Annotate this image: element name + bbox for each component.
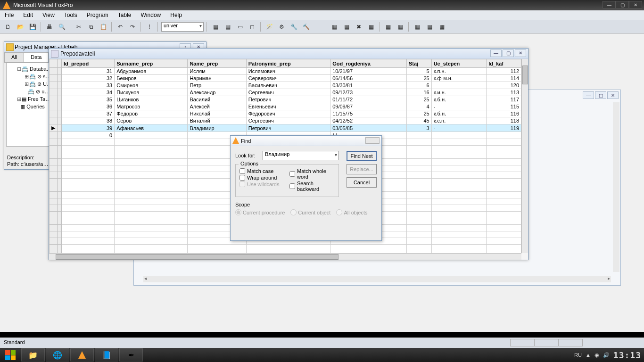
- run-icon[interactable]: !: [144, 22, 155, 32]
- cancel-button[interactable]: Cancel: [347, 177, 377, 188]
- close-button[interactable]: ✕: [629, 1, 642, 8]
- browse-hscrollbar[interactable]: [49, 253, 521, 260]
- tb-extra-6-icon[interactable]: ▦: [395, 22, 405, 32]
- scope-all-objects-radio: All objects: [336, 209, 367, 215]
- tray-clock[interactable]: 13:13: [613, 350, 641, 360]
- match-whole-word-checkbox[interactable]: Match whole word: [289, 168, 335, 180]
- find-close-icon[interactable]: [365, 137, 380, 144]
- table-row[interactable]: 37ФедоровНиколайФедорович11/15/7525к.б.н…: [50, 110, 521, 117]
- task-word-icon[interactable]: 📘: [95, 348, 118, 362]
- browse-close-button[interactable]: ✕: [515, 49, 526, 57]
- browse-vscrollbar[interactable]: [521, 59, 528, 253]
- paste-icon[interactable]: 📋: [98, 22, 108, 32]
- tool-icon[interactable]: 🔧: [289, 22, 299, 32]
- table-row[interactable]: 38СеровВиталийСергеевич04/12/5245к.с.н.1…: [50, 117, 521, 124]
- tb-extra-3-icon[interactable]: ✖: [354, 22, 364, 32]
- undo-icon[interactable]: ↶: [115, 22, 125, 32]
- table-row[interactable]: 32БекировНариманСерверович06/14/5625к.ф-…: [50, 75, 521, 82]
- scope-current-obj-radio: Current object: [290, 209, 330, 215]
- tray-network-icon[interactable]: ◉: [594, 352, 599, 358]
- table-row[interactable]: 36МатросовАлексейЕвгеньевич09/09/874-115: [50, 103, 521, 110]
- bg-minimize-button[interactable]: —: [583, 91, 594, 99]
- save-icon[interactable]: 💾: [27, 22, 38, 32]
- label-icon[interactable]: ▭: [235, 22, 245, 32]
- preview-icon[interactable]: 🔍: [57, 22, 67, 32]
- table-row[interactable]: 33СмирновПетрВасильевич03/30/816-120: [50, 82, 521, 89]
- browse-minimize-button[interactable]: —: [490, 49, 502, 57]
- col-header[interactable]: Uc_stepen: [431, 59, 487, 68]
- tray-volume-icon[interactable]: 🔊: [603, 352, 610, 358]
- tree-queries[interactable]: Queries: [26, 104, 45, 109]
- col-header[interactable]: Id_prepod: [62, 59, 115, 68]
- find-next-button[interactable]: Find Next: [347, 151, 377, 161]
- col-header[interactable]: Id_kaf: [487, 59, 521, 68]
- match-case-checkbox[interactable]: Match case: [239, 168, 285, 174]
- menu-tools[interactable]: Tools: [59, 11, 82, 19]
- start-button[interactable]: [0, 348, 21, 362]
- look-for-input[interactable]: Владимир: [263, 151, 339, 160]
- task-explorer-icon[interactable]: 📁: [21, 348, 45, 362]
- use-wildcards-checkbox: Use wildcards: [239, 181, 285, 187]
- open-icon[interactable]: 📂: [15, 22, 25, 32]
- class-icon[interactable]: ◻: [247, 22, 257, 32]
- table-row[interactable]: 35ЦиганковВасилийПетрович01/11/7225к.б.н…: [50, 96, 521, 103]
- statusbar: Standard: [0, 337, 644, 348]
- browse-maximize-button[interactable]: ▢: [503, 49, 514, 57]
- bg-maximize-button[interactable]: ▢: [595, 91, 606, 99]
- col-header[interactable]: Surname_prep: [115, 59, 188, 68]
- cut-icon[interactable]: ✂: [74, 22, 84, 32]
- col-header[interactable]: Staj: [407, 59, 432, 68]
- bg-hscrollbar[interactable]: [143, 276, 611, 282]
- menu-help[interactable]: Help: [165, 11, 187, 19]
- menu-file[interactable]: File: [0, 11, 18, 19]
- find-dialog[interactable]: Find Look for: Владимир Options Match ca…: [230, 135, 382, 241]
- tb-extra-5-icon[interactable]: ▦: [383, 22, 393, 32]
- tb-extra-1-icon[interactable]: ▦: [329, 22, 339, 32]
- table-row[interactable]: 31АбдураимовИслямИслямович10/21/975к.п.н…: [50, 68, 521, 75]
- browse-titlebar[interactable]: Prepodavateli — ▢ ✕: [49, 49, 528, 59]
- col-header[interactable]: God_rogdeniya: [330, 59, 407, 68]
- new-icon[interactable]: 🗋: [3, 22, 13, 32]
- tb-extra-7-icon[interactable]: ▦: [412, 22, 422, 32]
- menu-edit[interactable]: Edit: [18, 11, 38, 19]
- tray-flag-icon[interactable]: ▲: [586, 352, 591, 358]
- col-header[interactable]: Patronymic_prep: [246, 59, 330, 68]
- tray-lang[interactable]: RU: [574, 352, 582, 358]
- tb-extra-9-icon[interactable]: ▦: [437, 22, 447, 32]
- table-row[interactable]: ▶ 39АфанасьевВладимирПетрович03/05/853-1…: [50, 124, 521, 132]
- maximize-button[interactable]: ▢: [616, 1, 629, 8]
- form-icon[interactable]: ▦: [210, 22, 221, 32]
- bg-vscrollbar[interactable]: [613, 102, 619, 272]
- database-combo[interactable]: univer: [161, 22, 204, 32]
- menu-window[interactable]: Window: [136, 11, 166, 19]
- col-header[interactable]: Name_prep: [188, 59, 246, 68]
- print-icon[interactable]: 🖶: [44, 22, 55, 32]
- scope-current-proc-radio: Current procedure: [235, 209, 285, 215]
- menu-view[interactable]: View: [38, 11, 59, 19]
- task-app-icon[interactable]: ✒: [119, 348, 143, 362]
- report-icon[interactable]: ▤: [223, 22, 233, 32]
- hammer-icon[interactable]: 🔨: [301, 22, 311, 32]
- pm-tab-data[interactable]: Data: [24, 52, 49, 62]
- task-foxpro-icon[interactable]: [70, 348, 94, 362]
- wizard-icon[interactable]: 🪄: [264, 22, 274, 32]
- tb-extra-4-icon[interactable]: ▦: [366, 22, 376, 32]
- minimize-button[interactable]: —: [603, 1, 616, 8]
- find-titlebar[interactable]: Find: [231, 136, 381, 146]
- redo-icon[interactable]: ↷: [127, 22, 138, 32]
- menu-program[interactable]: Program: [82, 11, 113, 19]
- tree-child-2[interactable]: ⊘ u…: [36, 89, 50, 94]
- search-backward-checkbox[interactable]: Search backward: [289, 181, 335, 192]
- table-row[interactable]: [50, 245, 521, 251]
- tb-extra-2-icon[interactable]: ▦: [341, 22, 352, 32]
- wrap-around-checkbox[interactable]: Wrap around: [239, 175, 285, 181]
- bg-close-button[interactable]: ✕: [607, 91, 619, 99]
- tb-extra-8-icon[interactable]: ▦: [424, 22, 435, 32]
- pm-tab-all[interactable]: All: [4, 52, 24, 62]
- builder-icon[interactable]: ⚙: [276, 22, 287, 32]
- table-row[interactable]: 34ПискуновАлександрСергеевич09/12/7316к.…: [50, 89, 521, 96]
- tree-free-tables[interactable]: Free Ta…: [28, 96, 50, 102]
- copy-icon[interactable]: ⧉: [86, 22, 96, 32]
- menu-table[interactable]: Table: [113, 11, 136, 19]
- task-chrome-icon[interactable]: 🌐: [46, 348, 69, 362]
